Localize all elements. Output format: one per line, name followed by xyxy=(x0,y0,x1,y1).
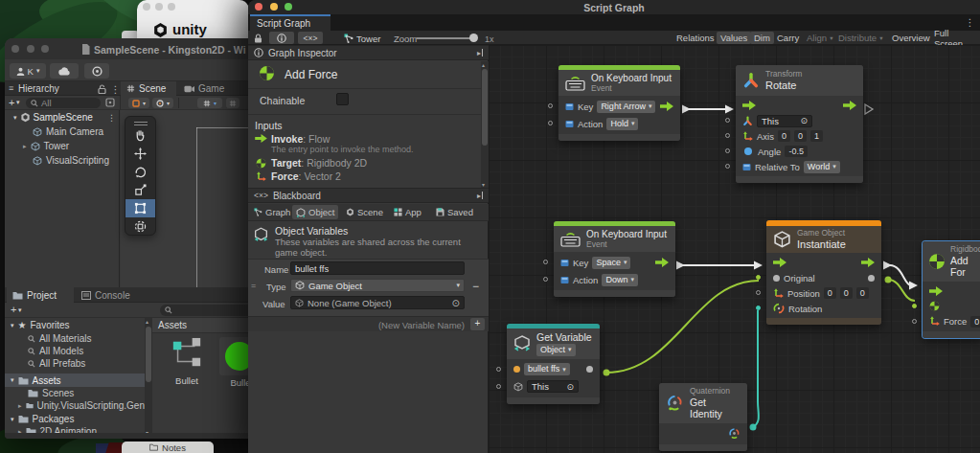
action-dropdown[interactable]: Hold▾ xyxy=(606,118,638,130)
scale-tool-button[interactable] xyxy=(125,181,155,199)
node-rigidbody-add-force[interactable]: RigidbodAdd For Force 0 xyxy=(923,241,980,338)
editor-close-button[interactable] xyxy=(11,45,19,53)
add-object-button[interactable]: + xyxy=(9,97,14,108)
project-tree-scrollbar[interactable]: ▴ ▾ xyxy=(145,318,152,436)
hand-tool-button[interactable] xyxy=(125,126,155,145)
object-picker-icon[interactable]: ⊙ xyxy=(566,382,574,392)
create-asset-caret[interactable]: ▾ xyxy=(18,306,22,314)
bb-tab-graph[interactable]: Graph xyxy=(250,205,294,219)
hierarchy-header[interactable]: ≡ Hierarchy ⋮ xyxy=(5,81,120,96)
hub-close-button[interactable] xyxy=(143,3,150,11)
scene-menu-icon[interactable]: ⋮ xyxy=(107,113,120,123)
sg-tab-menu-icon[interactable]: ⋮ xyxy=(965,16,975,28)
scrollbar-thumb[interactable] xyxy=(482,69,488,146)
remove-variable-button[interactable]: − xyxy=(472,280,479,293)
axis-y-input[interactable]: 0 xyxy=(794,130,807,142)
flow-input-port[interactable] xyxy=(773,258,786,267)
wire-quaternion-to-rotation[interactable] xyxy=(750,311,760,431)
tools-drag-handle[interactable] xyxy=(125,117,155,126)
asset-bullet-graph[interactable]: Bullet xyxy=(166,337,208,391)
tab-scene[interactable]: Scene xyxy=(121,81,176,96)
hierarchy-search-input[interactable]: All xyxy=(26,98,101,108)
snap-button[interactable] xyxy=(226,98,239,108)
quaternion-output-icon[interactable] xyxy=(728,427,741,440)
flow-output-port[interactable] xyxy=(861,258,875,267)
tree-item[interactable]: Scenes xyxy=(5,388,74,398)
transform-tool-button[interactable] xyxy=(125,217,155,236)
object-picker-icon[interactable]: ⊙ xyxy=(800,116,808,125)
hub-zoom-button[interactable] xyxy=(168,3,175,11)
action-dropdown[interactable]: Down▾ xyxy=(602,274,638,286)
bb-tab-saved[interactable]: Saved xyxy=(432,205,477,219)
overview-button[interactable]: Overview xyxy=(888,32,934,44)
hierarchy-item[interactable]: ▸ Tower xyxy=(5,139,120,153)
variable-name-dropdown[interactable]: bullet ffs▾ xyxy=(524,363,570,375)
carry-button[interactable]: Carry xyxy=(773,32,803,44)
move-tool-button[interactable] xyxy=(125,145,155,163)
scroll-up-icon[interactable]: ▴ xyxy=(482,61,485,68)
port-input[interactable] xyxy=(496,367,501,372)
blackboard-toggle-button[interactable]: <×> xyxy=(298,32,323,44)
pos-z-input[interactable]: 0 xyxy=(856,287,869,299)
this-field[interactable]: This⊙ xyxy=(527,380,579,393)
pos-x-input[interactable]: 0 xyxy=(824,287,836,299)
add-variable-button[interactable]: + xyxy=(470,318,485,330)
sg-close-button[interactable] xyxy=(255,3,262,11)
hierarchy-item[interactable]: Main Camera xyxy=(5,125,120,139)
align-button[interactable]: Align▾ xyxy=(803,32,836,44)
sg-tab[interactable]: Script Graph xyxy=(250,14,330,31)
plastic-scm-button[interactable] xyxy=(84,63,109,79)
key-dropdown[interactable]: Right Arrow▾ xyxy=(597,101,655,113)
node-get-variable[interactable]: Get Variable Object▾ bullet ffs▾ This⊙ xyxy=(507,324,600,404)
flow-input-port[interactable] xyxy=(929,286,943,296)
zoom-slider-track[interactable] xyxy=(416,37,475,39)
node-on-keyboard-input-space[interactable]: On Keyboard InputEvent Key Space▾ Action… xyxy=(554,221,675,297)
scene-picker-icon[interactable] xyxy=(105,98,115,107)
tab-game[interactable]: Game xyxy=(178,81,236,96)
graph-canvas[interactable]: On Keyboard InputEvent Key Right Arrow▾ … xyxy=(489,45,980,453)
editor-zoom-button[interactable] xyxy=(41,45,49,53)
tree-item[interactable]: All Materials xyxy=(5,333,91,344)
relations-button[interactable]: Relations xyxy=(672,32,718,44)
tab-project[interactable]: Project xyxy=(7,287,74,303)
distribute-button[interactable]: Distribute▾ xyxy=(834,32,886,44)
graph-inspector-toggle-button[interactable] xyxy=(269,32,294,44)
scroll-down-icon[interactable]: ▾ xyxy=(482,181,485,188)
node-on-keyboard-input-right[interactable]: On Keyboard InputEvent Key Right Arrow▾ … xyxy=(558,65,680,141)
variable-scope-dropdown[interactable]: Object▾ xyxy=(536,344,576,356)
grid-visibility-button[interactable]: ▾ xyxy=(197,98,222,108)
tree-favorites[interactable]: ▾★Favorites xyxy=(5,320,70,330)
script-graph-window[interactable]: Script Graph Script Graph ⋮ <×> Tower Zo… xyxy=(248,0,980,453)
relative-dropdown[interactable]: World▾ xyxy=(804,161,840,173)
port-value-output[interactable] xyxy=(586,366,593,373)
tree-item[interactable]: All Models xyxy=(5,346,83,356)
pivot-button[interactable]: ▾ xyxy=(128,98,149,108)
dim-button[interactable]: Dim xyxy=(750,32,774,44)
inspector-scrollbar[interactable]: ▴ ▾ xyxy=(481,61,489,188)
port-original-output[interactable] xyxy=(868,275,875,282)
expand-arrow-icon[interactable]: ▸ xyxy=(23,143,27,150)
port-input[interactable] xyxy=(496,384,501,389)
angle-input[interactable]: -0.5 xyxy=(785,146,808,157)
flow-input-port[interactable] xyxy=(742,101,756,110)
hub-minimize-button[interactable] xyxy=(155,3,163,11)
variable-type-dropdown[interactable]: Game Object ▾ xyxy=(290,279,465,292)
hierarchy-item-scene[interactable]: ▾ SampleScene ⋮ xyxy=(5,110,120,125)
blackboard-header[interactable]: <×> Blackboard ▸ xyxy=(248,188,489,203)
port-target-input[interactable] xyxy=(912,304,917,308)
object-picker-icon[interactable]: ⊙ xyxy=(452,298,460,308)
force-x-input[interactable]: 0 xyxy=(970,316,980,328)
scrollbar-thumb[interactable] xyxy=(146,327,151,382)
scroll-up-icon[interactable]: ▴ xyxy=(146,318,148,325)
fullscreen-button[interactable]: Full Screen xyxy=(930,32,980,44)
lock-icon[interactable] xyxy=(254,34,262,43)
sg-title-bar[interactable]: Script Graph xyxy=(248,0,980,14)
unconnected-flow-triangle[interactable] xyxy=(865,104,873,114)
space-button[interactable]: ▾ xyxy=(152,98,173,108)
maximize-icon[interactable]: ▸ xyxy=(477,49,483,57)
unity-hub-window[interactable]: unity xyxy=(137,0,249,39)
rotate-tool-button[interactable] xyxy=(125,163,155,181)
key-dropdown[interactable]: Space▾ xyxy=(592,257,630,269)
rect-tool-button[interactable] xyxy=(125,199,155,217)
notes-window-tab[interactable]: Notes xyxy=(122,442,214,453)
